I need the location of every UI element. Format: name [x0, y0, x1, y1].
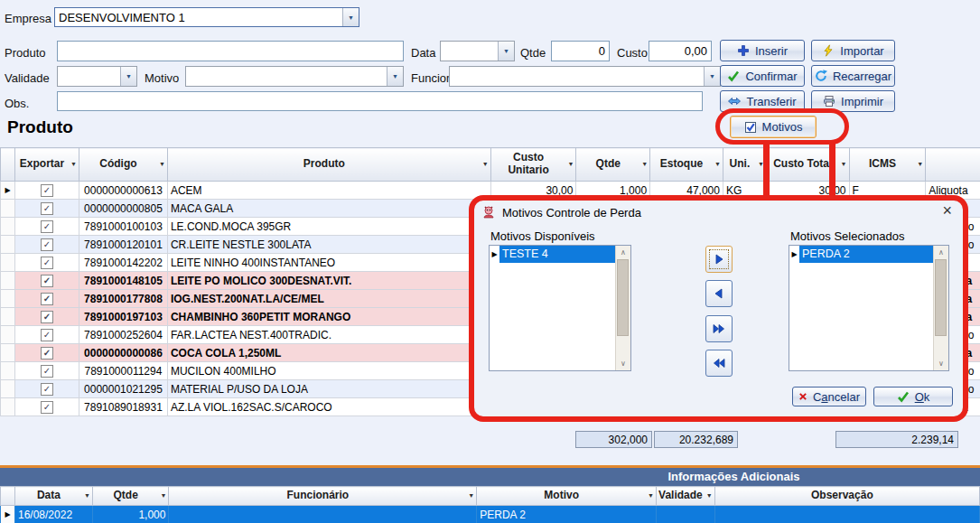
exportar-cell[interactable]: ✓ — [15, 218, 79, 236]
exportar-cell[interactable]: ✓ — [15, 308, 79, 326]
col-header-uni[interactable]: Uni.▼ — [723, 148, 766, 182]
filter-arrow-icon[interactable]: ▼ — [714, 161, 721, 168]
confirmar-button[interactable]: Confirmar — [720, 65, 805, 87]
chevron-down-icon[interactable]: ▼ — [498, 42, 514, 61]
observacao-cell[interactable] — [714, 506, 979, 523]
col-header-estoque[interactable]: Estoque▼ — [650, 148, 723, 182]
produto-cell[interactable]: LE.COND.MOCA 395GR — [167, 218, 490, 236]
filter-arrow-icon[interactable]: ▼ — [706, 492, 713, 500]
export-checkbox[interactable]: ✓ — [41, 293, 53, 305]
exportar-cell[interactable]: ✓ — [15, 380, 79, 398]
filter-arrow-icon[interactable]: ▼ — [70, 161, 77, 168]
recarregar-button[interactable]: Recarregar — [811, 65, 895, 87]
qtde-input[interactable] — [551, 41, 610, 61]
codigo-cell[interactable]: 7891000120101 — [79, 236, 167, 254]
filter-arrow-icon[interactable]: ▼ — [84, 492, 90, 500]
validade-cell[interactable] — [657, 506, 715, 523]
exportar-cell[interactable]: ✓ — [15, 398, 79, 416]
produto-cell[interactable]: FAR.LACTEA NEST.400TRADIC. — [167, 326, 490, 344]
export-checkbox[interactable]: ✓ — [41, 238, 53, 251]
available-motive-item[interactable]: ▶TESTE 4 — [490, 246, 616, 263]
move-all-right-button[interactable] — [705, 315, 733, 342]
codigo-cell[interactable]: 7891000197103 — [79, 308, 167, 326]
close-icon[interactable]: × — [942, 201, 952, 220]
produto-cell[interactable]: CHAMBINHO 360PETIT MORANGO — [167, 308, 490, 326]
produto-cell[interactable]: IOG.NEST.200NAT.LA/CE/MEL — [167, 290, 490, 308]
selected-motive-item[interactable]: ▶PERDA 2 — [789, 246, 934, 263]
produto-input[interactable] — [57, 41, 404, 61]
col-header-data[interactable]: Data▼ — [15, 487, 93, 506]
scroll-up-icon[interactable]: ∧ — [934, 246, 948, 259]
scroll-down-icon[interactable]: ∨ — [934, 357, 948, 370]
codigo-cell[interactable]: 0000000000086 — [79, 344, 167, 362]
export-checkbox[interactable]: ✓ — [41, 275, 53, 287]
validade-select[interactable]: ▼ — [57, 66, 137, 87]
produto-cell[interactable]: CR.LEITE NESTLE 300LATA — [167, 236, 490, 254]
col-header-qtde[interactable]: Qtde▼ — [576, 148, 650, 182]
filter-arrow-icon[interactable]: ▼ — [159, 161, 165, 168]
chevron-down-icon[interactable]: ▼ — [342, 8, 359, 26]
col-header-produto[interactable]: Produto▼ — [167, 148, 490, 182]
filter-arrow-icon[interactable]: ▼ — [567, 161, 574, 168]
exportar-cell[interactable]: ✓ — [15, 236, 79, 254]
motivo-select[interactable]: ▼ — [185, 66, 404, 87]
chevron-down-icon[interactable]: ▼ — [120, 67, 136, 86]
codigo-cell[interactable]: 7891000148105 — [79, 272, 167, 290]
codigo-cell[interactable]: 0000000000613 — [79, 182, 167, 200]
produto-cell[interactable]: MATERIAL P/USO DA LOJA — [167, 380, 490, 398]
exportar-cell[interactable]: ✓ — [15, 254, 79, 272]
export-checkbox[interactable]: ✓ — [41, 257, 53, 269]
filter-arrow-icon[interactable]: ▼ — [648, 492, 654, 500]
filter-arrow-icon[interactable]: ▼ — [841, 161, 847, 168]
filter-arrow-icon[interactable]: ▼ — [468, 492, 474, 500]
chevron-down-icon[interactable]: ▼ — [704, 67, 720, 86]
scroll-thumb[interactable] — [935, 259, 947, 336]
funcionario-select[interactable]: ▼ — [449, 66, 721, 87]
empresa-select[interactable]: DESENVOLVIMENTO 1 ▼ — [54, 7, 359, 27]
col-header-observacao[interactable]: Observação — [714, 487, 979, 506]
export-checkbox[interactable]: ✓ — [41, 365, 53, 378]
col-header-custo-unitario[interactable]: Custo Unitario▼ — [490, 148, 576, 182]
additional-info-row[interactable]: ▶16/08/20221,000PERDA 2 — [1, 506, 980, 523]
export-checkbox[interactable]: ✓ — [41, 347, 53, 360]
export-checkbox[interactable]: ✓ — [41, 184, 53, 197]
col-header-icms[interactable]: ICMS▼ — [849, 148, 926, 182]
exportar-cell[interactable]: ✓ — [15, 326, 79, 344]
export-checkbox[interactable]: ✓ — [41, 401, 53, 414]
codigo-cell[interactable]: 7891000252604 — [79, 326, 167, 344]
export-checkbox[interactable]: ✓ — [41, 311, 53, 323]
col-header-qtde[interactable]: Qtde▼ — [92, 487, 169, 506]
produto-cell[interactable]: MACA GALA — [167, 200, 490, 218]
produto-cell[interactable]: LEITE NINHO 400INSTANTANEO — [167, 254, 490, 272]
obs-input[interactable] — [57, 91, 703, 111]
cancel-button[interactable]: Cancelar — [792, 387, 866, 406]
codigo-cell[interactable]: 7891000177808 — [79, 290, 167, 308]
export-checkbox[interactable]: ✓ — [41, 329, 53, 341]
exportar-cell[interactable]: ✓ — [15, 362, 79, 380]
produto-cell[interactable]: ACEM — [167, 182, 490, 200]
scrollbar[interactable]: ∧ ∨ — [933, 246, 948, 370]
codigo-cell[interactable]: 7891000142202 — [79, 254, 167, 272]
scroll-thumb[interactable] — [617, 259, 629, 336]
codigo-cell[interactable]: 0000001021295 — [79, 380, 167, 398]
scroll-up-icon[interactable]: ∧ — [616, 246, 630, 259]
funcionario-cell[interactable] — [169, 506, 477, 523]
produto-cell[interactable]: LEITE PO MOLICO 300DESNAT.VIT. — [167, 272, 490, 290]
custo-input[interactable] — [649, 41, 712, 61]
export-checkbox[interactable]: ✓ — [41, 220, 53, 233]
data-select[interactable]: ▼ — [440, 41, 515, 61]
col-header-exportar[interactable]: Exportar▼ — [15, 148, 79, 182]
codigo-cell[interactable]: 7891089018931 — [79, 398, 167, 416]
move-left-button[interactable] — [705, 280, 733, 307]
filter-arrow-icon[interactable]: ▼ — [917, 161, 923, 168]
produto-cell[interactable]: COCA COLA 1,250ML — [167, 344, 490, 362]
filter-arrow-icon[interactable]: ▼ — [641, 161, 648, 168]
dialog-titlebar[interactable]: Motivos Controle de Perda × — [474, 201, 963, 224]
produto-cell[interactable]: MUCILON 400MILHO — [167, 362, 490, 380]
filter-arrow-icon[interactable]: ▼ — [482, 161, 489, 168]
col-header-validade[interactable]: Validade▼ — [657, 487, 715, 506]
codigo-cell[interactable]: 7891000011294 — [79, 362, 167, 380]
qtde-cell[interactable]: 1,000 — [92, 506, 169, 523]
selected-motives-list[interactable]: ▶PERDA 2 ∧ ∨ — [789, 245, 949, 371]
move-right-button[interactable] — [705, 246, 733, 273]
